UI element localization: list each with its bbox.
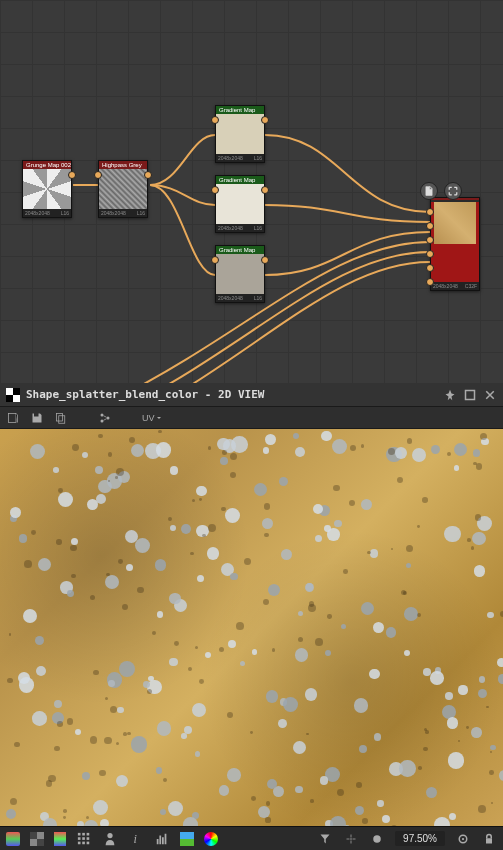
copy-icon[interactable] [54,411,68,425]
settings-icon[interactable] [455,831,471,847]
output-port[interactable] [68,171,76,179]
svg-text:i: i [133,832,137,846]
svg-point-25 [462,837,464,839]
svg-rect-7 [78,832,81,835]
svg-point-23 [373,835,381,843]
node-footer: 2048x2048L16 [99,209,147,217]
view-canvas[interactable]: 2048 x 2048 L16F8.HDR 32 bpp [0,429,503,850]
svg-point-6 [101,419,104,422]
output-port[interactable] [144,171,152,179]
checker-icon [6,388,20,402]
node-preview [99,169,147,209]
color-wheel-icon[interactable] [204,832,218,846]
zoom-display[interactable]: 97.50% [395,831,445,846]
svg-rect-9 [87,832,90,835]
input-port[interactable] [211,256,219,264]
svg-rect-3 [59,415,65,423]
filter-icon[interactable] [317,831,333,847]
svg-rect-0 [466,390,475,399]
svg-rect-13 [78,841,81,844]
output-port[interactable] [261,256,269,264]
svg-rect-14 [82,841,85,844]
node-badge-expand-icon[interactable] [444,182,462,200]
svg-point-4 [101,413,104,416]
output-port[interactable] [261,116,269,124]
node-output[interactable]: 2048x2048C32F [430,197,480,291]
close-icon[interactable] [483,388,497,402]
circle-icon[interactable] [369,831,385,847]
picture-icon[interactable] [180,832,194,846]
view-2d-panel: Shape_splatter_blend_color - 2D VIEW UV [0,383,503,850]
link-icon[interactable] [98,411,112,425]
input-port[interactable] [211,116,219,124]
svg-rect-2 [57,413,63,421]
pin-icon[interactable] [443,388,457,402]
texture-preview [0,429,503,850]
input-port-2[interactable] [426,222,434,230]
svg-point-5 [107,416,110,419]
node-gradient-map-3[interactable]: Gradient Map 2048x2048L16 [215,245,265,303]
input-port-4[interactable] [426,250,434,258]
input-port-6[interactable] [426,278,434,286]
lock-icon[interactable] [481,831,497,847]
input-port-5[interactable] [426,264,434,272]
svg-rect-8 [82,832,85,835]
node-gradient-map-1[interactable]: Gradient Map 2048x2048L16 [215,105,265,163]
node-preview [216,254,264,294]
svg-rect-12 [87,837,90,840]
gradient-icon[interactable] [54,832,66,846]
node-footer: 2048x2048L16 [23,209,71,217]
input-port-1[interactable] [426,208,434,216]
node-title: Gradient Map [216,176,264,184]
person-icon[interactable] [102,831,118,847]
svg-rect-15 [87,841,90,844]
node-footer: 2048x2048L16 [216,294,264,302]
node-footer: 2048x2048L16 [216,154,264,162]
svg-point-16 [107,832,112,837]
maximize-icon[interactable] [463,388,477,402]
svg-rect-21 [165,833,167,844]
new-icon[interactable] [6,411,20,425]
svg-rect-18 [157,839,159,844]
view-header: Shape_splatter_blend_color - 2D VIEW [0,383,503,407]
input-port-3[interactable] [426,236,434,244]
node-preview [216,114,264,154]
output-port[interactable] [261,186,269,194]
view-toolbar: UV [0,407,503,429]
checker-toggle-icon[interactable] [30,832,44,846]
node-title: Highpass Grey [99,161,147,169]
node-gradient-map-2[interactable]: Gradient Map 2048x2048L16 [215,175,265,233]
node-grunge-map[interactable]: Grunge Map 002 2048x2048L16 [22,160,72,218]
node-preview [216,184,264,224]
node-title: Gradient Map [216,246,264,254]
svg-rect-26 [486,838,492,843]
svg-rect-10 [78,837,81,840]
status-bar: i 97.50% [0,826,503,850]
node-title: Gradient Map [216,106,264,114]
node-preview [23,169,71,209]
info-icon[interactable]: i [128,831,144,847]
node-preview [434,202,476,244]
svg-rect-11 [82,837,85,840]
center-icon[interactable] [343,831,359,847]
svg-rect-20 [162,837,164,844]
layers-icon[interactable] [6,832,20,846]
grid3-icon[interactable] [76,831,92,847]
uv-dropdown[interactable]: UV [142,413,163,423]
input-port[interactable] [94,171,102,179]
node-footer: 2048x2048C32F [431,282,479,290]
svg-rect-19 [159,835,161,844]
input-port[interactable] [211,186,219,194]
node-highpass[interactable]: Highpass Grey 2048x2048L16 [98,160,148,218]
node-footer: 2048x2048L16 [216,224,264,232]
save-icon[interactable] [30,411,44,425]
histogram-icon[interactable] [154,831,170,847]
svg-point-22 [350,838,352,840]
node-graph-panel[interactable]: Grunge Map 002 2048x2048L16 Highpass Gre… [0,0,503,383]
view-title: Shape_splatter_blend_color - 2D VIEW [26,388,264,401]
node-body [431,202,479,282]
node-badge-document-icon[interactable] [420,182,438,200]
node-title: Grunge Map 002 [23,161,71,169]
svg-rect-1 [9,413,17,422]
